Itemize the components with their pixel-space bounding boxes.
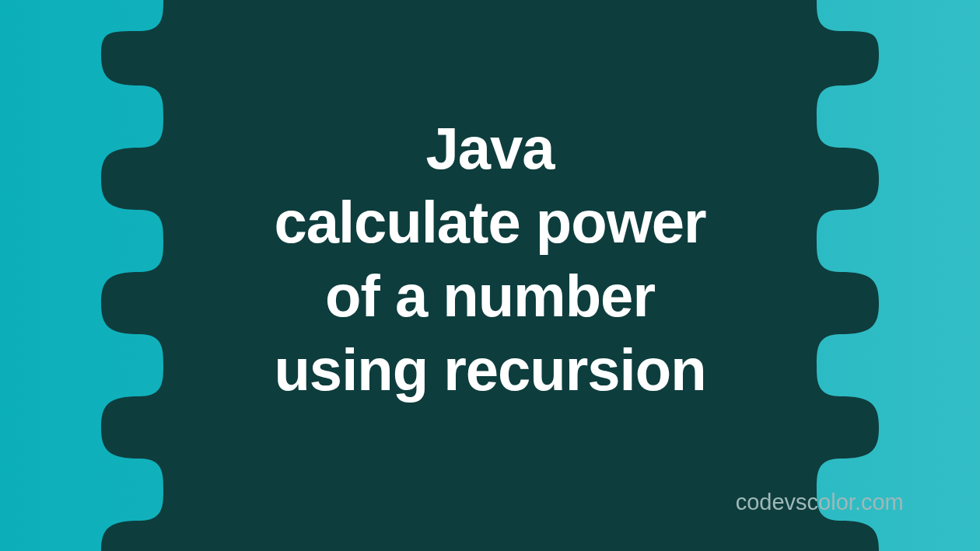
- title-line-3: of a number: [49, 259, 931, 333]
- site-credit: codevscolor.com: [736, 490, 904, 515]
- title-line-2: calculate power: [49, 185, 931, 259]
- banner-title: Java calculate power of a number using r…: [49, 111, 931, 406]
- title-line-1: Java: [49, 111, 931, 185]
- title-line-4: using recursion: [49, 333, 931, 406]
